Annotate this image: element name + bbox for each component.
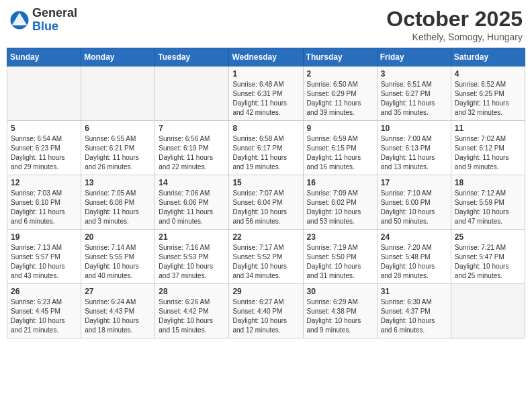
day-number: 24	[381, 232, 447, 242]
calendar-cell: 9Sunrise: 6:59 AMSunset: 6:15 PMDaylight…	[303, 121, 377, 175]
day-of-week-header: Friday	[377, 48, 451, 66]
calendar-cell: 21Sunrise: 7:16 AMSunset: 5:53 PMDayligh…	[155, 230, 229, 284]
day-info: Sunrise: 7:09 AMSunset: 6:02 PMDaylight:…	[307, 189, 373, 226]
calendar-cell: 13Sunrise: 7:05 AMSunset: 6:08 PMDayligh…	[81, 175, 155, 230]
calendar-cell: 8Sunrise: 6:58 AMSunset: 6:17 PMDaylight…	[229, 121, 303, 175]
calendar-cell	[451, 284, 525, 338]
logo-general: General	[32, 7, 77, 20]
day-info: Sunrise: 6:55 AMSunset: 6:21 PMDaylight:…	[85, 134, 151, 172]
day-info: Sunrise: 7:21 AMSunset: 5:47 PMDaylight:…	[455, 243, 521, 281]
day-number: 30	[307, 287, 373, 296]
calendar-week-row: 5Sunrise: 6:54 AMSunset: 6:23 PMDaylight…	[7, 121, 525, 175]
calendar-cell	[81, 66, 155, 121]
day-number: 20	[85, 232, 151, 242]
calendar-cell: 6Sunrise: 6:55 AMSunset: 6:21 PMDaylight…	[81, 121, 155, 175]
title-block: October 2025 Kethely, Somogy, Hungary	[386, 7, 523, 42]
day-info: Sunrise: 6:24 AMSunset: 4:43 PMDaylight:…	[85, 298, 151, 335]
calendar-cell: 29Sunrise: 6:27 AMSunset: 4:40 PMDayligh…	[229, 284, 303, 338]
calendar-cell: 22Sunrise: 7:17 AMSunset: 5:52 PMDayligh…	[229, 230, 303, 284]
day-number: 28	[159, 287, 225, 296]
calendar-week-row: 12Sunrise: 7:03 AMSunset: 6:10 PMDayligh…	[7, 175, 525, 230]
day-number: 14	[159, 178, 225, 187]
calendar-cell	[155, 66, 229, 121]
day-info: Sunrise: 7:20 AMSunset: 5:48 PMDaylight:…	[381, 243, 447, 281]
calendar-cell: 25Sunrise: 7:21 AMSunset: 5:47 PMDayligh…	[451, 230, 525, 284]
logo-blue: Blue	[32, 20, 77, 34]
day-info: Sunrise: 6:50 AMSunset: 6:29 PMDaylight:…	[307, 80, 373, 118]
calendar-cell: 27Sunrise: 6:24 AMSunset: 4:43 PMDayligh…	[81, 284, 155, 338]
calendar-cell: 1Sunrise: 6:48 AMSunset: 6:31 PMDaylight…	[229, 66, 303, 121]
calendar-week-row: 19Sunrise: 7:13 AMSunset: 5:57 PMDayligh…	[7, 230, 525, 284]
calendar-cell: 28Sunrise: 6:26 AMSunset: 4:42 PMDayligh…	[155, 284, 229, 338]
day-number: 25	[455, 232, 521, 242]
day-number: 26	[11, 287, 77, 296]
day-info: Sunrise: 6:52 AMSunset: 6:25 PMDaylight:…	[455, 80, 521, 118]
day-number: 21	[159, 232, 225, 242]
day-info: Sunrise: 6:56 AMSunset: 6:19 PMDaylight:…	[159, 134, 225, 172]
calendar-cell: 31Sunrise: 6:30 AMSunset: 4:37 PMDayligh…	[377, 284, 451, 338]
day-info: Sunrise: 7:10 AMSunset: 6:00 PMDaylight:…	[381, 189, 447, 226]
day-info: Sunrise: 6:29 AMSunset: 4:38 PMDaylight:…	[307, 298, 373, 335]
day-info: Sunrise: 7:00 AMSunset: 6:13 PMDaylight:…	[381, 134, 447, 172]
calendar-cell: 17Sunrise: 7:10 AMSunset: 6:00 PMDayligh…	[377, 175, 451, 230]
day-number: 1	[232, 69, 299, 79]
day-number: 22	[232, 232, 299, 242]
calendar-cell: 23Sunrise: 7:19 AMSunset: 5:50 PMDayligh…	[303, 230, 377, 284]
calendar-cell	[7, 66, 81, 121]
day-info: Sunrise: 7:17 AMSunset: 5:52 PMDaylight:…	[232, 243, 299, 281]
day-info: Sunrise: 6:23 AMSunset: 4:45 PMDaylight:…	[11, 298, 77, 335]
day-number: 7	[159, 124, 225, 133]
day-info: Sunrise: 6:54 AMSunset: 6:23 PMDaylight:…	[11, 134, 77, 172]
calendar-cell: 20Sunrise: 7:14 AMSunset: 5:55 PMDayligh…	[81, 230, 155, 284]
day-number: 27	[85, 287, 151, 296]
day-number: 9	[307, 124, 373, 133]
calendar-cell: 7Sunrise: 6:56 AMSunset: 6:19 PMDaylight…	[155, 121, 229, 175]
calendar-cell: 18Sunrise: 7:12 AMSunset: 5:59 PMDayligh…	[451, 175, 525, 230]
day-info: Sunrise: 7:12 AMSunset: 5:59 PMDaylight:…	[455, 189, 521, 226]
calendar-table: SundayMondayTuesdayWednesdayThursdayFrid…	[7, 48, 525, 338]
day-number: 8	[232, 124, 299, 133]
location: Kethely, Somogy, Hungary	[386, 32, 523, 42]
day-info: Sunrise: 6:59 AMSunset: 6:15 PMDaylight:…	[307, 134, 373, 172]
day-info: Sunrise: 6:48 AMSunset: 6:31 PMDaylight:…	[232, 80, 299, 118]
svg-rect-2	[15, 23, 25, 26]
day-of-week-header: Tuesday	[155, 48, 229, 66]
calendar-cell: 30Sunrise: 6:29 AMSunset: 4:38 PMDayligh…	[303, 284, 377, 338]
day-info: Sunrise: 7:14 AMSunset: 5:55 PMDaylight:…	[85, 243, 151, 281]
calendar-cell: 15Sunrise: 7:07 AMSunset: 6:04 PMDayligh…	[229, 175, 303, 230]
day-info: Sunrise: 6:51 AMSunset: 6:27 PMDaylight:…	[381, 80, 447, 118]
day-info: Sunrise: 7:07 AMSunset: 6:04 PMDaylight:…	[232, 189, 299, 226]
day-of-week-header: Monday	[81, 48, 155, 66]
calendar-cell: 24Sunrise: 7:20 AMSunset: 5:48 PMDayligh…	[377, 230, 451, 284]
calendar-week-row: 26Sunrise: 6:23 AMSunset: 4:45 PMDayligh…	[7, 284, 525, 338]
day-number: 4	[455, 69, 521, 79]
calendar-cell: 14Sunrise: 7:06 AMSunset: 6:06 PMDayligh…	[155, 175, 229, 230]
day-info: Sunrise: 7:13 AMSunset: 5:57 PMDaylight:…	[11, 243, 77, 281]
day-of-week-header: Wednesday	[229, 48, 303, 66]
calendar-cell: 11Sunrise: 7:02 AMSunset: 6:12 PMDayligh…	[451, 121, 525, 175]
day-number: 10	[381, 124, 447, 133]
day-number: 15	[232, 178, 299, 187]
day-number: 29	[232, 287, 299, 296]
day-number: 18	[455, 178, 521, 187]
calendar-cell: 5Sunrise: 6:54 AMSunset: 6:23 PMDaylight…	[7, 121, 81, 175]
logo-icon	[9, 10, 30, 30]
day-number: 17	[381, 178, 447, 187]
day-info: Sunrise: 6:26 AMSunset: 4:42 PMDaylight:…	[159, 298, 225, 335]
day-info: Sunrise: 7:16 AMSunset: 5:53 PMDaylight:…	[159, 243, 225, 281]
calendar-cell: 3Sunrise: 6:51 AMSunset: 6:27 PMDaylight…	[377, 66, 451, 121]
day-info: Sunrise: 6:27 AMSunset: 4:40 PMDaylight:…	[232, 298, 299, 335]
calendar-cell: 26Sunrise: 6:23 AMSunset: 4:45 PMDayligh…	[7, 284, 81, 338]
calendar-week-row: 1Sunrise: 6:48 AMSunset: 6:31 PMDaylight…	[7, 66, 525, 121]
day-number: 13	[85, 178, 151, 187]
logo: General Blue	[9, 7, 77, 34]
logo-text: General Blue	[32, 7, 77, 34]
day-of-week-header: Saturday	[451, 48, 525, 66]
calendar-cell: 4Sunrise: 6:52 AMSunset: 6:25 PMDaylight…	[451, 66, 525, 121]
day-number: 16	[307, 178, 373, 187]
day-number: 31	[381, 287, 447, 296]
day-info: Sunrise: 6:58 AMSunset: 6:17 PMDaylight:…	[232, 134, 299, 172]
day-info: Sunrise: 6:30 AMSunset: 4:37 PMDaylight:…	[381, 298, 447, 335]
month-title: October 2025	[386, 7, 523, 32]
calendar-cell: 10Sunrise: 7:00 AMSunset: 6:13 PMDayligh…	[377, 121, 451, 175]
